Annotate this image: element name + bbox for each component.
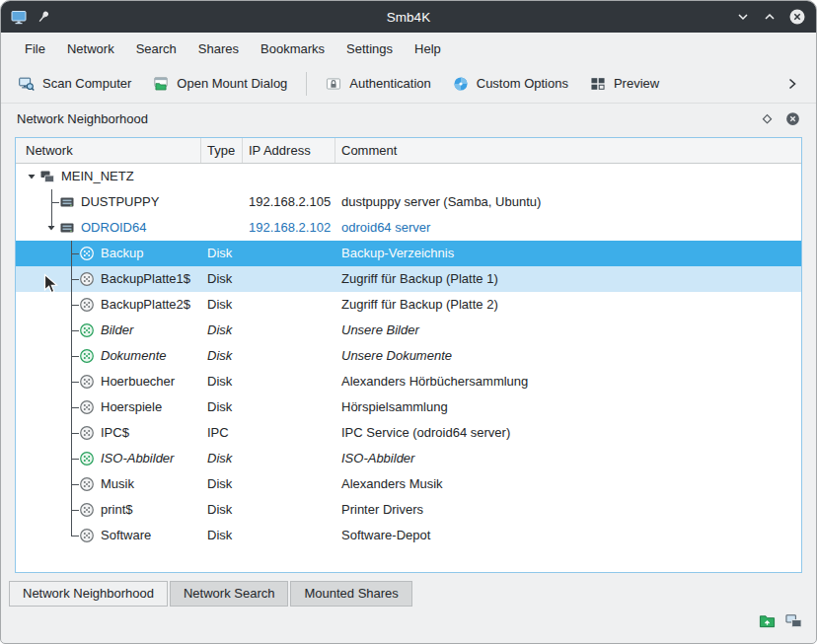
row-ip [243, 266, 335, 292]
row-type: Disk [201, 343, 243, 369]
smb4k-window: Smb4K FileNetworkSearchSharesBookmarksSe… [0, 0, 817, 644]
share-icon [79, 528, 95, 543]
row-name: Backup [101, 241, 143, 266]
toolbar-button-custom-options[interactable]: Custom Options [447, 68, 574, 100]
mounted-share-status-icon[interactable] [759, 612, 776, 629]
close-dock-icon[interactable] [785, 111, 800, 126]
row-ip [243, 369, 335, 394]
chevron-right-icon [784, 76, 800, 92]
tree-row-iso-abbilder[interactable]: ISO-Abbilder Disk ISO-Abbilder [16, 446, 801, 471]
share-icon [79, 374, 95, 390]
row-type: Disk [201, 241, 243, 266]
tree-row-backupplatte1[interactable]: BackupPlatte1$ Disk Zugriff für Backup (… [16, 266, 801, 292]
toolbar-button-authentication[interactable]: Authentication [320, 68, 436, 100]
row-name: IPC$ [101, 420, 129, 446]
tree-row-dokumente[interactable]: Dokumente Disk Unsere Dokumente [16, 343, 801, 369]
row-name: BackupPlatte1$ [101, 266, 190, 292]
titlebar-buttons [735, 8, 806, 26]
row-comment: dustpuppy server (Samba, Ubuntu) [335, 189, 801, 215]
share-icon [79, 297, 95, 313]
share-icon [79, 399, 95, 415]
toolbar-overflow-button[interactable] [780, 72, 804, 96]
row-ip: 192.168.2.105 [243, 189, 335, 215]
menu-item-settings[interactable]: Settings [336, 36, 403, 61]
menu-item-shares[interactable]: Shares [188, 36, 249, 61]
tree-body: MEIN_NETZ DUSTPUPPY 192.168.2.105 dustpu… [16, 164, 801, 572]
toolbar-button-label: Custom Options [477, 76, 568, 91]
row-comment: ISO-Abbilder [335, 446, 801, 471]
menu-item-file[interactable]: File [15, 36, 55, 61]
close-button[interactable] [788, 8, 806, 26]
tree-row-software[interactable]: Software Disk Software-Depot [16, 523, 801, 548]
column-header-network[interactable]: Network [16, 138, 201, 163]
menu-item-help[interactable]: Help [405, 36, 451, 61]
share-icon [79, 502, 95, 518]
row-ip [243, 241, 335, 266]
row-name: print$ [101, 497, 133, 523]
row-comment: Unsere Dokumente [335, 343, 801, 369]
server-icon [59, 220, 75, 236]
menu-item-network[interactable]: Network [57, 36, 124, 61]
toolbar-button-label: Open Mount Dialog [177, 76, 287, 91]
tree-row-dustpuppy[interactable]: DUSTPUPPY 192.168.2.105 dustpuppy server… [16, 189, 801, 215]
tree-row-mein-netz[interactable]: MEIN_NETZ [16, 164, 801, 189]
column-header-type[interactable]: Type [201, 138, 243, 163]
tree-row-hoerbuecher[interactable]: Hoerbuecher Disk Alexanders Hörbüchersam… [16, 369, 801, 394]
row-comment [335, 164, 801, 189]
row-ip [243, 343, 335, 369]
tab-network-neighborhood[interactable]: Network Neighborhood [9, 581, 168, 607]
row-type: Disk [201, 523, 243, 548]
row-type: Disk [201, 318, 243, 343]
maximize-button[interactable] [762, 9, 778, 25]
toolbar-button-open-mount-dialog[interactable]: Open Mount Dialog [147, 68, 293, 100]
network-share-status-icon[interactable] [785, 612, 802, 629]
column-header-comment[interactable]: Comment [335, 138, 801, 163]
row-name: Dokumente [101, 343, 166, 369]
titlebar-left [11, 9, 51, 25]
toolbar-button-label: Authentication [349, 76, 430, 91]
tab-mounted-shares[interactable]: Mounted Shares [290, 581, 411, 607]
minimize-button[interactable] [735, 9, 751, 25]
menu-item-bookmarks[interactable]: Bookmarks [251, 36, 334, 61]
toolbar-button-preview[interactable]: Preview [584, 68, 665, 100]
row-type [201, 189, 243, 215]
row-name: Musik [101, 471, 134, 497]
toolbar: Scan Computer Open Mount Dialog Authenti… [1, 64, 816, 104]
expander-icon[interactable] [43, 222, 59, 234]
row-name: ODROID64 [81, 215, 146, 241]
row-type: Disk [201, 471, 243, 497]
tree-row-print[interactable]: print$ Disk Printer Drivers [16, 497, 801, 523]
row-ip [243, 471, 335, 497]
share-icon [79, 425, 95, 441]
menu-item-search[interactable]: Search [126, 36, 186, 61]
row-comment: Backup-Verzeichnis [335, 241, 801, 266]
expander-icon[interactable] [24, 171, 39, 182]
tree-header: NetworkTypeIP AddressComment [16, 138, 801, 164]
tree-row-bilder[interactable]: Bilder Disk Unsere Bilder [16, 318, 801, 343]
row-comment: IPC Service (odroid64 server) [335, 420, 801, 446]
tree-row-musik[interactable]: Musik Disk Alexanders Musik [16, 471, 801, 497]
row-comment: Zugriff für Backup (Platte 2) [335, 292, 801, 318]
row-type: Disk [201, 497, 243, 523]
row-name: MEIN_NETZ [61, 164, 134, 189]
float-dock-icon[interactable] [761, 112, 774, 125]
toolbar-button-label: Scan Computer [42, 76, 131, 91]
tree-row-ipc[interactable]: IPC$ IPC IPC Service (odroid64 server) [16, 420, 801, 446]
toolbar-button-scan-computer[interactable]: Scan Computer [13, 68, 137, 100]
tree-row-backup[interactable]: Backup Disk Backup-Verzeichnis [16, 241, 801, 266]
dock-actions [761, 111, 800, 126]
row-comment: Software-Depot [335, 523, 801, 548]
row-ip [243, 446, 335, 471]
tree-row-backupplatte2[interactable]: BackupPlatte2$ Disk Zugriff für Backup (… [16, 292, 801, 318]
share-icon [79, 476, 95, 492]
column-header-ip-address[interactable]: IP Address [243, 138, 335, 163]
titlebar[interactable]: Smb4K [1, 1, 816, 33]
tab-network-search[interactable]: Network Search [170, 581, 288, 607]
row-ip [243, 292, 335, 318]
tree-row-odroid64[interactable]: ODROID64 192.168.2.102 odroid64 server [16, 215, 801, 241]
row-name: BackupPlatte2$ [101, 292, 190, 318]
pin-icon[interactable] [36, 9, 51, 25]
row-type: Disk [201, 266, 243, 292]
statusbar [1, 607, 816, 643]
tree-row-hoerspiele[interactable]: Hoerspiele Disk Hörspielsammlung [16, 394, 801, 420]
